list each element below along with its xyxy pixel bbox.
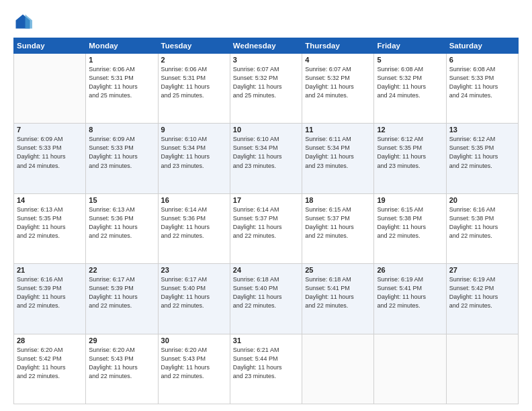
calendar-cell: 17Sunrise: 6:14 AM Sunset: 5:37 PM Dayli… [230, 193, 302, 263]
calendar-cell: 12Sunrise: 6:12 AM Sunset: 5:35 PM Dayli… [374, 124, 446, 193]
calendar-table: SundayMondayTuesdayWednesdayThursdayFrid… [13, 38, 519, 404]
day-number: 24 [233, 266, 299, 274]
day-number: 25 [305, 266, 371, 274]
day-number: 18 [305, 196, 371, 204]
day-info: Sunrise: 6:13 AM Sunset: 5:36 PM Dayligh… [89, 205, 154, 240]
calendar-cell: 8Sunrise: 6:09 AM Sunset: 5:33 PM Daylig… [86, 124, 158, 193]
day-info: Sunrise: 6:19 AM Sunset: 5:42 PM Dayligh… [449, 275, 515, 310]
calendar-header-day: Sunday [14, 38, 86, 54]
calendar-cell: 24Sunrise: 6:18 AM Sunset: 5:40 PM Dayli… [230, 264, 302, 334]
day-info: Sunrise: 6:15 AM Sunset: 5:37 PM Dayligh… [305, 205, 371, 240]
day-info: Sunrise: 6:21 AM Sunset: 5:44 PM Dayligh… [233, 346, 299, 381]
day-info: Sunrise: 6:13 AM Sunset: 5:35 PM Dayligh… [17, 205, 83, 240]
calendar-header-day: Saturday [446, 38, 518, 54]
day-number: 9 [161, 126, 227, 134]
calendar-cell: 19Sunrise: 6:15 AM Sunset: 5:38 PM Dayli… [374, 193, 446, 263]
day-info: Sunrise: 6:07 AM Sunset: 5:32 PM Dayligh… [233, 65, 299, 100]
calendar-cell: 25Sunrise: 6:18 AM Sunset: 5:41 PM Dayli… [302, 264, 374, 334]
day-number: 3 [233, 56, 299, 64]
calendar-cell: 29Sunrise: 6:20 AM Sunset: 5:43 PM Dayli… [86, 334, 158, 404]
calendar-cell [14, 54, 86, 124]
calendar-cell: 23Sunrise: 6:17 AM Sunset: 5:40 PM Dayli… [158, 264, 230, 334]
day-number: 28 [17, 336, 83, 345]
calendar-cell: 28Sunrise: 6:20 AM Sunset: 5:42 PM Dayli… [14, 334, 86, 404]
day-number: 4 [305, 56, 371, 64]
calendar-cell [446, 334, 518, 404]
day-info: Sunrise: 6:17 AM Sunset: 5:40 PM Dayligh… [161, 275, 227, 310]
calendar-cell: 21Sunrise: 6:16 AM Sunset: 5:39 PM Dayli… [14, 264, 86, 334]
calendar-cell: 5Sunrise: 6:08 AM Sunset: 5:32 PM Daylig… [374, 54, 446, 124]
day-number: 20 [449, 196, 515, 204]
day-info: Sunrise: 6:09 AM Sunset: 5:33 PM Dayligh… [17, 135, 83, 170]
day-number: 11 [305, 126, 371, 134]
day-info: Sunrise: 6:20 AM Sunset: 5:43 PM Dayligh… [89, 346, 154, 381]
day-info: Sunrise: 6:15 AM Sunset: 5:38 PM Dayligh… [377, 205, 443, 240]
page: SundayMondayTuesdayWednesdayThursdayFrid… [0, 0, 532, 411]
calendar-header-day: Wednesday [230, 38, 302, 54]
day-info: Sunrise: 6:08 AM Sunset: 5:32 PM Dayligh… [377, 65, 443, 100]
calendar-cell: 9Sunrise: 6:10 AM Sunset: 5:34 PM Daylig… [158, 124, 230, 193]
svg-marker-1 [26, 15, 33, 29]
calendar-week-row: 14Sunrise: 6:13 AM Sunset: 5:35 PM Dayli… [14, 193, 519, 263]
calendar-cell: 16Sunrise: 6:14 AM Sunset: 5:36 PM Dayli… [158, 193, 230, 263]
calendar-cell: 30Sunrise: 6:20 AM Sunset: 5:43 PM Dayli… [158, 334, 230, 404]
day-info: Sunrise: 6:17 AM Sunset: 5:39 PM Dayligh… [89, 275, 154, 310]
calendar-cell [374, 334, 446, 404]
day-number: 27 [449, 266, 515, 274]
day-number: 23 [161, 266, 227, 274]
calendar-cell: 20Sunrise: 6:16 AM Sunset: 5:38 PM Dayli… [446, 193, 518, 263]
calendar-cell: 3Sunrise: 6:07 AM Sunset: 5:32 PM Daylig… [230, 54, 302, 124]
calendar-cell: 10Sunrise: 6:10 AM Sunset: 5:34 PM Dayli… [230, 124, 302, 193]
calendar-cell: 13Sunrise: 6:12 AM Sunset: 5:35 PM Dayli… [446, 124, 518, 193]
calendar-week-row: 1Sunrise: 6:06 AM Sunset: 5:31 PM Daylig… [14, 54, 519, 124]
day-number: 16 [161, 196, 227, 204]
logo [13, 12, 35, 31]
calendar-week-row: 21Sunrise: 6:16 AM Sunset: 5:39 PM Dayli… [14, 264, 519, 334]
day-info: Sunrise: 6:12 AM Sunset: 5:35 PM Dayligh… [377, 135, 443, 170]
day-info: Sunrise: 6:10 AM Sunset: 5:34 PM Dayligh… [161, 135, 227, 170]
day-number: 14 [17, 196, 83, 204]
calendar-cell: 27Sunrise: 6:19 AM Sunset: 5:42 PM Dayli… [446, 264, 518, 334]
calendar-header-day: Tuesday [158, 38, 230, 54]
day-info: Sunrise: 6:18 AM Sunset: 5:41 PM Dayligh… [305, 275, 371, 310]
day-info: Sunrise: 6:16 AM Sunset: 5:39 PM Dayligh… [17, 275, 83, 310]
day-number: 2 [161, 56, 227, 64]
calendar-cell [302, 334, 374, 404]
day-number: 15 [89, 196, 154, 204]
day-info: Sunrise: 6:09 AM Sunset: 5:33 PM Dayligh… [89, 135, 154, 170]
calendar-header-day: Friday [374, 38, 446, 54]
day-info: Sunrise: 6:12 AM Sunset: 5:35 PM Dayligh… [449, 135, 515, 170]
day-number: 17 [233, 196, 299, 204]
logo-icon [13, 12, 32, 31]
calendar-cell: 31Sunrise: 6:21 AM Sunset: 5:44 PM Dayli… [230, 334, 302, 404]
day-info: Sunrise: 6:06 AM Sunset: 5:31 PM Dayligh… [89, 65, 154, 100]
header [13, 12, 519, 31]
day-number: 6 [449, 56, 515, 64]
calendar-cell: 1Sunrise: 6:06 AM Sunset: 5:31 PM Daylig… [86, 54, 158, 124]
day-info: Sunrise: 6:14 AM Sunset: 5:36 PM Dayligh… [161, 205, 227, 240]
day-number: 22 [89, 266, 154, 274]
calendar-week-row: 7Sunrise: 6:09 AM Sunset: 5:33 PM Daylig… [14, 124, 519, 193]
day-number: 5 [377, 56, 443, 64]
calendar-cell: 4Sunrise: 6:07 AM Sunset: 5:32 PM Daylig… [302, 54, 374, 124]
day-number: 13 [449, 126, 515, 134]
day-number: 19 [377, 196, 443, 204]
day-number: 8 [89, 126, 154, 134]
day-number: 21 [17, 266, 83, 274]
calendar-cell: 7Sunrise: 6:09 AM Sunset: 5:33 PM Daylig… [14, 124, 86, 193]
day-number: 7 [17, 126, 83, 134]
day-number: 30 [161, 336, 227, 345]
day-info: Sunrise: 6:20 AM Sunset: 5:43 PM Dayligh… [161, 346, 227, 381]
calendar-header-day: Thursday [302, 38, 374, 54]
calendar-cell: 11Sunrise: 6:11 AM Sunset: 5:34 PM Dayli… [302, 124, 374, 193]
calendar-header-day: Monday [86, 38, 158, 54]
day-info: Sunrise: 6:14 AM Sunset: 5:37 PM Dayligh… [233, 205, 299, 240]
calendar-cell: 22Sunrise: 6:17 AM Sunset: 5:39 PM Dayli… [86, 264, 158, 334]
day-info: Sunrise: 6:07 AM Sunset: 5:32 PM Dayligh… [305, 65, 371, 100]
day-info: Sunrise: 6:11 AM Sunset: 5:34 PM Dayligh… [305, 135, 371, 170]
day-number: 31 [233, 336, 299, 345]
day-number: 29 [89, 336, 154, 345]
day-number: 12 [377, 126, 443, 134]
day-info: Sunrise: 6:18 AM Sunset: 5:40 PM Dayligh… [233, 275, 299, 310]
calendar-cell: 18Sunrise: 6:15 AM Sunset: 5:37 PM Dayli… [302, 193, 374, 263]
